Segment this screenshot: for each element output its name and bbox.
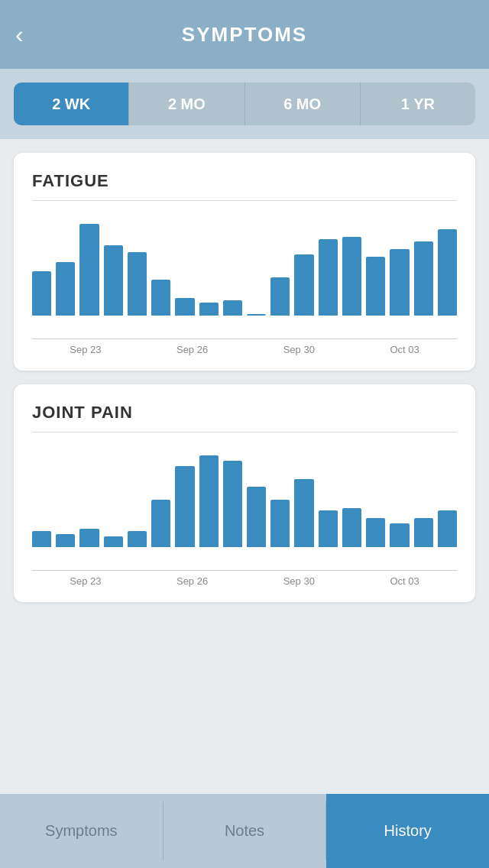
bar [414, 241, 433, 316]
bar [438, 510, 457, 547]
bar [342, 237, 361, 316]
bar [319, 239, 338, 316]
bar [32, 271, 51, 316]
bar [294, 479, 313, 547]
label-sep26: Sep 26 [176, 344, 208, 355]
joint-pain-chart-area: Sep 23 Sep 26 Sep 30 Oct 03 [32, 448, 457, 587]
time-btn-2wk[interactable]: 2 WK [14, 83, 128, 125]
bar [294, 254, 313, 316]
bar [199, 303, 219, 316]
bar [56, 262, 75, 316]
joint-labels: Sep 23 Sep 26 Sep 30 Oct 03 [32, 575, 457, 587]
time-btn-2mo[interactable]: 2 MO [128, 83, 244, 125]
tab-symptoms[interactable]: Symptoms [0, 794, 163, 868]
joint-pain-chart-card: JOINT PAIN Sep 23 Sep 26 Sep 30 Oct 03 [14, 384, 475, 602]
bar [104, 245, 123, 316]
bar [223, 461, 242, 547]
joint-pain-chart-title: JOINT PAIN [32, 403, 457, 423]
fatigue-bar-chart [32, 216, 457, 338]
bar [319, 510, 338, 547]
fatigue-labels: Sep 23 Sep 26 Sep 30 Oct 03 [32, 344, 457, 355]
bar [175, 298, 194, 316]
bar [438, 229, 457, 316]
fatigue-chart-title: FATIGUE [32, 171, 457, 191]
bar [366, 257, 385, 316]
joint-label-sep30: Sep 30 [283, 575, 315, 587]
bar [79, 224, 99, 316]
bar [270, 500, 290, 547]
tab-history[interactable]: History [326, 794, 489, 868]
time-btn-1yr[interactable]: 1 YR [360, 83, 475, 125]
tab-bar: SymptomsNotesHistory [0, 794, 489, 868]
bar [128, 252, 147, 316]
label-sep23: Sep 23 [70, 344, 101, 355]
bar [32, 531, 51, 547]
fatigue-baseline [32, 338, 457, 339]
fatigue-chart-card: FATIGUE Sep 23 Sep 26 Sep 30 Oct 03 [14, 153, 475, 371]
bar [270, 277, 290, 316]
bar [151, 500, 170, 547]
bar [247, 487, 266, 547]
time-selector: 2 WK2 MO6 MO1 YR [0, 69, 489, 139]
chart-divider-fatigue [32, 200, 457, 201]
bar [342, 508, 361, 547]
bar [247, 314, 266, 316]
bar [414, 518, 433, 547]
bar [223, 300, 242, 316]
joint-label-oct03: Oct 03 [390, 575, 419, 587]
bar [128, 531, 147, 547]
bar [390, 249, 409, 316]
bar [175, 466, 194, 547]
label-sep30: Sep 30 [283, 344, 315, 355]
bar [56, 534, 75, 547]
bar [199, 455, 219, 547]
bar [151, 280, 170, 316]
header: ‹ SYMPTOMS [0, 0, 489, 69]
bar [366, 518, 385, 547]
back-button[interactable]: ‹ [15, 21, 24, 49]
bar [79, 529, 99, 547]
main-content: FATIGUE Sep 23 Sep 26 Sep 30 Oct 03 JOIN… [0, 139, 489, 794]
joint-label-sep23: Sep 23 [70, 575, 101, 587]
fatigue-chart-area: Sep 23 Sep 26 Sep 30 Oct 03 [32, 216, 457, 355]
joint-label-sep26: Sep 26 [176, 575, 208, 587]
time-btn-6mo[interactable]: 6 MO [244, 83, 360, 125]
bar [390, 523, 409, 547]
chart-divider-joint [32, 432, 457, 432]
tab-notes[interactable]: Notes [164, 794, 326, 868]
joint-baseline [32, 570, 457, 571]
joint-pain-bar-chart [32, 448, 457, 570]
label-oct03: Oct 03 [390, 344, 419, 355]
bar [104, 536, 123, 547]
page-title: SYMPTOMS [182, 23, 307, 47]
